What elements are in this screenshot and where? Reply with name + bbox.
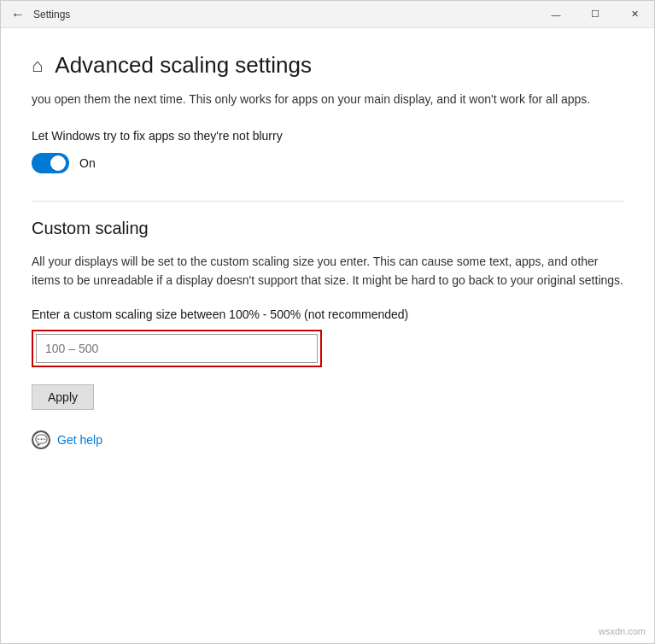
home-icon: ⌂ (32, 55, 43, 77)
section-divider (32, 201, 623, 202)
page-header: ⌂ Advanced scaling settings (32, 52, 623, 79)
custom-scaling-description: All your displays will be set to the cus… (32, 252, 623, 290)
minimize-button[interactable]: — (536, 1, 576, 28)
title-bar-left: ← Settings (11, 7, 70, 22)
help-link[interactable]: Get help (57, 433, 102, 447)
help-row: 💬 Get help (32, 430, 623, 449)
toggle-thumb (50, 155, 66, 171)
scaling-input[interactable] (36, 334, 318, 363)
fix-blurry-label: Let Windows try to fix apps so they're n… (32, 129, 623, 143)
back-button[interactable]: ← (11, 7, 25, 22)
maximize-button[interactable]: ☐ (576, 1, 615, 28)
window-title: Settings (33, 9, 70, 20)
page-content: ⌂ Advanced scaling settings you open the… (1, 28, 654, 643)
toggle-track (32, 153, 69, 173)
page-title: Advanced scaling settings (55, 52, 312, 79)
fix-blurry-toggle[interactable] (32, 153, 69, 173)
help-icon: 💬 (32, 430, 50, 449)
settings-window: ← Settings — ☐ ✕ ⌂ Advanced scaling sett… (0, 0, 655, 644)
title-bar: ← Settings — ☐ ✕ (1, 1, 654, 28)
apply-button[interactable]: Apply (32, 384, 94, 410)
subtitle-text: you open them the next time. This only w… (32, 91, 623, 108)
input-label: Enter a custom scaling size between 100%… (32, 307, 623, 321)
window-controls: — ☐ ✕ (536, 1, 654, 28)
close-button[interactable]: ✕ (615, 1, 654, 28)
custom-scaling-title: Custom scaling (32, 219, 623, 238)
toggle-state-label: On (79, 156, 96, 170)
scaling-input-wrapper (32, 330, 322, 367)
toggle-row: On (32, 153, 623, 173)
watermark: wsxdn.com (599, 626, 646, 636)
